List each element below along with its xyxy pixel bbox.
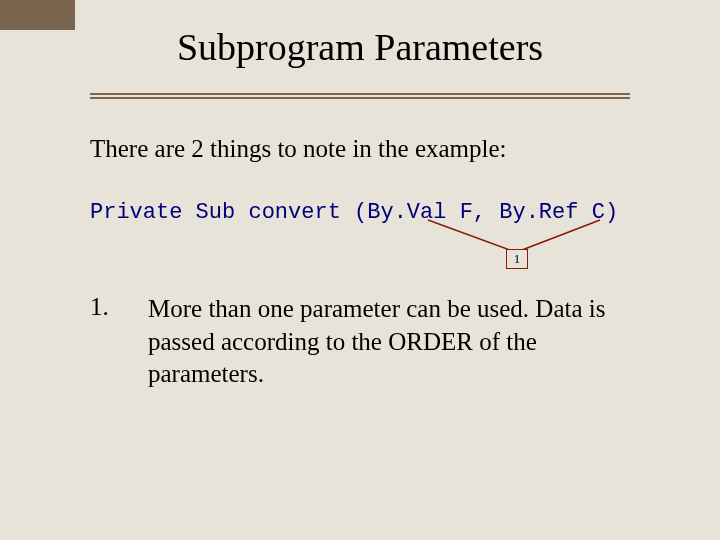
list-number: 1. [90, 293, 109, 321]
slide-title: Subprogram Parameters [0, 0, 720, 69]
callout-label-box: 1 [506, 249, 528, 269]
list-body-text: More than one parameter can be used. Dat… [148, 293, 650, 391]
list-item-1: 1. More than one parameter can be used. … [90, 293, 650, 391]
svg-line-1 [522, 220, 600, 250]
svg-line-0 [428, 220, 510, 250]
slide: Subprogram Parameters There are 2 things… [0, 0, 720, 540]
callout-lines [300, 215, 660, 275]
intro-text: There are 2 things to note in the exampl… [90, 135, 660, 163]
corner-decoration [0, 0, 75, 30]
title-double-rule [90, 93, 630, 99]
